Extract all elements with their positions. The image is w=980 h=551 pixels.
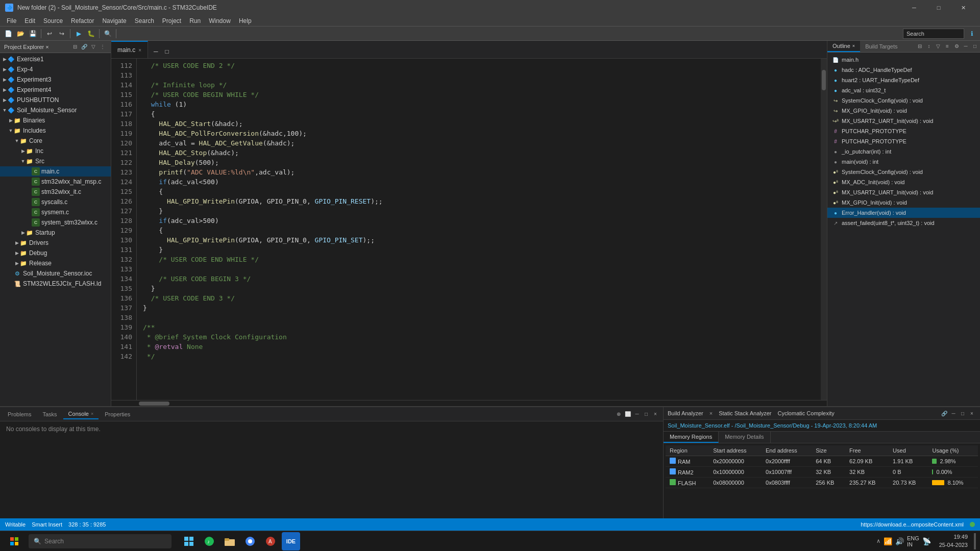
toolbar-redo[interactable]: ↪ (56, 28, 67, 39)
toolbar-search[interactable]: 🔍 (102, 28, 113, 39)
link-editor-icon[interactable]: 🔗 (80, 43, 88, 51)
tree-item-system_stm32_c[interactable]: Csystem_stm32wlxx.c (0, 217, 111, 228)
close-button[interactable]: ✕ (951, 0, 975, 15)
tab-close-icon[interactable]: × (138, 47, 141, 53)
horizontal-scrollbar[interactable] (111, 400, 827, 406)
tree-item-pushbutton[interactable]: ▶🔷PUSHBUTTON (0, 95, 111, 105)
outline-item-error-handler-void----void[interactable]: ●Error_Handler(void) : void (827, 208, 980, 218)
tab-memory-regions[interactable]: Memory Regions (664, 432, 719, 443)
menu-item-run[interactable]: Run (185, 16, 205, 26)
taskbar-search-bar[interactable]: 🔍 Search (29, 534, 172, 548)
menu-item-help[interactable]: Help (235, 16, 256, 26)
outline-item-mx-gpio-init-void----void[interactable]: ↪MX_GPIO_Init(void) : void (827, 106, 980, 116)
tree-item-src[interactable]: ▼📁Src (0, 156, 111, 166)
taskbar-folder-icon[interactable] (220, 532, 239, 550)
outline-item-putchar-prototype[interactable]: #PUTCHAR_PROTOTYPE (827, 126, 980, 136)
outline-item--io-putchar-int----int[interactable]: ●_io_putchar(int) : int (827, 146, 980, 157)
tree-item-drivers[interactable]: ▶📁Drivers (0, 238, 111, 248)
tab-memory-details[interactable]: Memory Details (719, 432, 770, 443)
outline-collapse-icon[interactable]: ⊟ (916, 42, 924, 50)
editor-tab-main-c[interactable]: main.c × (111, 41, 148, 58)
toolbar-info[interactable]: ℹ (966, 28, 977, 39)
outline-hide-fields-icon[interactable]: ≡ (943, 42, 951, 50)
tree-item-core[interactable]: ▼📁Core (0, 136, 111, 146)
vertical-scrollbar[interactable] (821, 59, 827, 400)
show-desktop-btn[interactable] (974, 533, 976, 549)
tab-problems[interactable]: Problems (3, 410, 36, 419)
tree-item-exp4[interactable]: ▶🔷Exp-4 (0, 64, 111, 74)
more-icon[interactable]: ⋮ (99, 43, 107, 51)
menu-item-navigate[interactable]: Navigate (98, 16, 130, 26)
outline-item-hadc---adc-handletypedef[interactable]: ●hadc : ADC_HandleTypeDef (827, 65, 980, 75)
toolbar-debug[interactable]: 🐛 (85, 28, 96, 39)
toolbar-run[interactable]: ▶ (73, 28, 84, 39)
toolbar-undo[interactable]: ↩ (44, 28, 55, 39)
outline-maximize-icon[interactable]: □ (971, 42, 979, 50)
menu-item-search[interactable]: Search (131, 16, 158, 26)
outline-item-adc-val---uint32-t[interactable]: ●adc_val : uint32_t (827, 85, 980, 95)
tree-item-stm32wlxx_hal_msp_c[interactable]: Cstm32wlxx_hal_msp.c (0, 177, 111, 187)
outline-item-mx-usart2-uart-init-void----vo[interactable]: ●⁸MX_USART2_UART_Init(void) : void (827, 187, 980, 197)
menu-item-project[interactable]: Project (158, 16, 185, 26)
tab-console[interactable]: Console × (63, 409, 99, 419)
tree-item-exercise1[interactable]: ▶🔷Exercise1 (0, 54, 111, 64)
console-minimize-icon[interactable]: ─ (633, 410, 641, 418)
taskbar-chrome-icon[interactable] (241, 532, 259, 550)
toolbar-open[interactable]: 📂 (15, 28, 26, 39)
tab-outline[interactable]: Outline × (827, 41, 860, 52)
outline-item-mx-usart2-uart-init-void----vo[interactable]: ↪⁸MX_USART2_UART_Init(void) : void (827, 116, 980, 126)
tray-chevron[interactable]: ∧ (876, 538, 880, 544)
ba-maximize-icon[interactable]: □ (959, 409, 967, 417)
outline-more-icon[interactable]: ⚙ (952, 42, 961, 50)
menu-item-edit[interactable]: Edit (20, 16, 39, 26)
outline-tab-close[interactable]: × (852, 43, 855, 48)
maximize-button[interactable]: □ (927, 0, 950, 15)
taskbar-browser-icon[interactable]: A (261, 532, 280, 550)
toolbar-search-input[interactable] (903, 29, 964, 39)
menu-item-refactor[interactable]: Refactor (67, 16, 98, 26)
collapse-all-icon[interactable]: ⊟ (71, 43, 79, 51)
tree-item-includes[interactable]: ▼📁Includes (0, 126, 111, 136)
tree-item-soil_moisture[interactable]: ▼🔷Soil_Moisture_Sensor (0, 105, 111, 115)
tree-item-startup[interactable]: ▶📁Startup (0, 228, 111, 238)
console-new-icon[interactable]: ⊕ (615, 410, 623, 418)
outline-item-mx-gpio-init-void----void[interactable]: ●⁸MX_GPIO_Init(void) : void (827, 197, 980, 208)
tab-tasks[interactable]: Tasks (37, 410, 62, 419)
tree-item-main_c[interactable]: Cmain.c (0, 166, 111, 177)
outline-item-systemclock-config-void----voi[interactable]: ●⁸SystemClock_Config(void) : void (827, 167, 980, 177)
taskbar-spotify-icon[interactable]: ♪ (200, 532, 218, 550)
outline-item-main-h[interactable]: 📄main.h (827, 55, 980, 65)
outline-minimize-icon[interactable]: ─ (962, 42, 970, 50)
tree-item-syscalls_c[interactable]: Csyscalls.c (0, 197, 111, 207)
tree-item-debug[interactable]: ▶📁Debug (0, 248, 111, 258)
tree-item-stm32_flash[interactable]: 📜STM32WLE5JCIx_FLASH.ld (0, 279, 111, 289)
filter-icon[interactable]: ▽ (89, 43, 97, 51)
start-button[interactable] (4, 533, 24, 549)
editor-maximize-icon[interactable]: □ (161, 46, 173, 57)
taskbar-ide-icon[interactable]: IDE (282, 532, 300, 550)
taskbar-explorer-icon[interactable] (180, 532, 198, 550)
outline-item-main-void----int[interactable]: ●main(void) : int (827, 157, 980, 167)
tree-item-experiment4[interactable]: ▶🔷Experiment4 (0, 85, 111, 95)
outline-item-huart2---uart-handletypedef[interactable]: ●huart2 : UART_HandleTypeDef (827, 75, 980, 85)
outline-item-systemclock-config-void----voi[interactable]: ↪SystemClock_Config(void) : void (827, 95, 980, 106)
ba-link-icon[interactable]: 🔗 (940, 409, 948, 417)
outline-item-putchar-prototype[interactable]: #PUTCHAR_PROTOTYPE (827, 136, 980, 146)
outline-item-assert-failed-uint8-t---uint32[interactable]: ↗assert_failed(uint8_t*, uint32_t) : voi… (827, 218, 980, 228)
code-content[interactable]: /* USER CODE END 2 */ /* Infinite loop *… (137, 59, 821, 400)
toolbar-save[interactable]: 💾 (27, 28, 38, 39)
tree-item-stm32wlxx_it_c[interactable]: Cstm32wlxx_it.c (0, 187, 111, 197)
console-close-icon[interactable]: × (91, 411, 93, 416)
tree-item-binaries[interactable]: ▶📁Binaries (0, 115, 111, 126)
ba-minimize-icon[interactable]: ─ (949, 409, 958, 417)
menu-item-source[interactable]: Source (39, 16, 67, 26)
outline-item-mx-adc-init-void----void[interactable]: ●⁸MX_ADC_Init(void) : void (827, 177, 980, 187)
toolbar-new[interactable]: 📄 (3, 28, 14, 39)
tab-build-targets[interactable]: Build Targets (860, 41, 902, 52)
outline-filter-icon[interactable]: ▽ (934, 42, 942, 50)
minimize-button[interactable]: ─ (902, 0, 926, 15)
tree-item-experiment3[interactable]: ▶🔷Experiment3 (0, 74, 111, 85)
tree-item-release[interactable]: ▶📁Release (0, 258, 111, 268)
menu-item-window[interactable]: Window (205, 16, 235, 26)
tab-properties[interactable]: Properties (100, 410, 135, 419)
